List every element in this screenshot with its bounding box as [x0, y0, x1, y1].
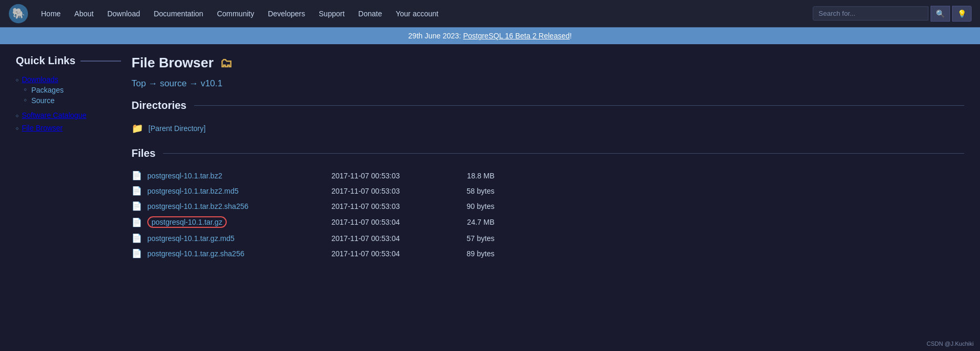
nav-home[interactable]: Home [36, 6, 66, 21]
file-icon: 📄 [132, 233, 142, 243]
file-size: 89 bytes [442, 249, 494, 258]
page-layout: Quick Links ○ Downloads Packages Source [0, 44, 980, 348]
breadcrumb-arrow-2: → [189, 78, 201, 88]
svg-text:🐘: 🐘 [12, 6, 25, 19]
postgres-logo: 🐘 [8, 4, 28, 24]
sidebar-link-file-browser[interactable]: File Browser [22, 124, 63, 132]
breadcrumb-arrow-1: → [148, 78, 160, 88]
sidebar-link-downloads[interactable]: Downloads [22, 75, 58, 84]
nav-donate[interactable]: Donate [353, 6, 387, 21]
file-link[interactable]: postgresql-10.1.tar.bz2.sha256 [147, 202, 326, 210]
parent-directory-item: 📁 [Parent Directory] [132, 120, 964, 137]
file-date: 2017-11-07 00:53:04 [331, 234, 437, 243]
sidebar-item-source: Source [31, 96, 121, 105]
sidebar-item-software-catalogue: ○ Software Catalogue [16, 111, 121, 119]
file-date: 2017-11-07 00:53:03 [331, 202, 437, 210]
sidebar-list: ○ Downloads Packages Source ○ [16, 75, 121, 132]
file-item: 📄postgresql-10.1.tar.bz22017-11-07 00:53… [132, 168, 964, 183]
search-input[interactable] [813, 6, 928, 21]
sidebar-title-divider [80, 61, 121, 62]
bullet-software-catalogue: ○ [16, 113, 18, 118]
file-list: 📄postgresql-10.1.tar.bz22017-11-07 00:53… [132, 168, 964, 261]
file-size: 90 bytes [442, 202, 494, 210]
breadcrumb-source[interactable]: source [160, 78, 187, 88]
file-link[interactable]: postgresql-10.1.tar.bz2 [147, 172, 326, 180]
file-item: 📄postgresql-10.1.tar.gz.md52017-11-07 00… [132, 230, 964, 246]
file-date: 2017-11-07 00:53:04 [331, 249, 437, 258]
file-date: 2017-11-07 00:53:04 [331, 218, 437, 226]
sidebar-item-file-browser: ○ File Browser [16, 124, 121, 132]
file-link[interactable]: postgresql-10.1.tar.bz2.md5 [147, 187, 326, 195]
search-button[interactable]: 🔍 [931, 6, 950, 22]
main-nav: 🐘 Home About Download Documentation Comm… [0, 0, 980, 27]
file-icon: 📄 [132, 186, 142, 196]
search-area: 🔍 💡 [813, 6, 972, 22]
banner-link[interactable]: PostgreSQL 16 Beta 2 Released [463, 32, 570, 40]
sidebar-title: Quick Links [16, 55, 121, 67]
file-link[interactable]: postgresql-10.1.tar.gz [147, 216, 326, 228]
file-size: 18.8 MB [442, 172, 494, 180]
file-date: 2017-11-07 00:53:03 [331, 187, 437, 195]
file-icon: 📄 [132, 201, 142, 211]
nav-documentation[interactable]: Documentation [148, 6, 208, 21]
directories-section-header: Directories [132, 99, 964, 112]
breadcrumb-top[interactable]: Top [132, 78, 146, 88]
file-item: 📄postgresql-10.1.tar.bz2.sha2562017-11-0… [132, 198, 964, 214]
breadcrumb: Top → source → v10.1 [132, 78, 964, 89]
file-icon: 📄 [132, 217, 142, 227]
bullet-downloads: ○ [16, 77, 18, 83]
file-item: 📄postgresql-10.1.tar.gz.sha2562017-11-07… [132, 246, 964, 261]
sidebar-link-packages[interactable]: Packages [31, 86, 63, 94]
nav-about[interactable]: About [69, 6, 99, 21]
software-catalogue-content: Software Catalogue [22, 111, 121, 119]
banner-text: 29th June 2023: [408, 32, 463, 40]
folder-icon: 🗂 [220, 56, 233, 71]
file-link[interactable]: postgresql-10.1.tar.gz.md5 [147, 234, 326, 243]
files-section-header: Files [132, 147, 964, 159]
parent-dir-icon: 📁 [132, 123, 143, 134]
file-size: 58 bytes [442, 187, 494, 195]
file-date: 2017-11-07 00:53:03 [331, 172, 437, 180]
nav-your-account[interactable]: Your account [390, 6, 443, 21]
parent-directory-link[interactable]: [Parent Directory] [148, 124, 206, 133]
nav-support[interactable]: Support [314, 6, 350, 21]
file-size: 24.7 MB [442, 218, 494, 226]
sidebar-link-software-catalogue[interactable]: Software Catalogue [22, 111, 86, 119]
banner-suffix: ! [570, 32, 572, 40]
announcement-banner: 29th June 2023: PostgreSQL 16 Beta 2 Rel… [0, 27, 980, 44]
page-title: File Browser 🗂 [132, 55, 964, 71]
nav-community[interactable]: Community [211, 6, 259, 21]
main-content: File Browser 🗂 Top → source → v10.1 Dire… [132, 55, 964, 337]
sidebar-link-source[interactable]: Source [31, 96, 54, 105]
file-icon: 📄 [132, 171, 142, 180]
files-line [163, 153, 964, 154]
directories-line [194, 105, 965, 106]
sidebar-item-downloads: ○ Downloads Packages Source [16, 75, 121, 107]
file-icon: 📄 [132, 248, 142, 258]
bullet-file-browser: ○ [16, 126, 18, 131]
file-link[interactable]: postgresql-10.1.tar.gz.sha256 [147, 249, 326, 258]
file-browser-content: File Browser [22, 124, 121, 132]
sidebar-item-packages: Packages [31, 86, 121, 94]
nav-developers[interactable]: Developers [262, 6, 310, 21]
nav-links: Home About Download Documentation Commun… [36, 6, 813, 21]
sidebar: Quick Links ○ Downloads Packages Source [16, 55, 121, 337]
info-button[interactable]: 💡 [952, 6, 972, 22]
file-size: 57 bytes [442, 234, 494, 243]
breadcrumb-current: v10.1 [200, 78, 223, 88]
file-item: 📄postgresql-10.1.tar.bz2.md52017-11-07 0… [132, 183, 964, 198]
directories-title: Directories [132, 99, 187, 112]
nav-download[interactable]: Download [102, 6, 145, 21]
files-title: Files [132, 147, 156, 159]
sidebar-sublist-downloads: Packages Source [22, 86, 121, 105]
footer-credit: CSDN @J.Kuchiki [927, 340, 974, 347]
downloads-content: Downloads Packages Source [22, 75, 121, 107]
file-item: 📄postgresql-10.1.tar.gz2017-11-07 00:53:… [132, 214, 964, 230]
